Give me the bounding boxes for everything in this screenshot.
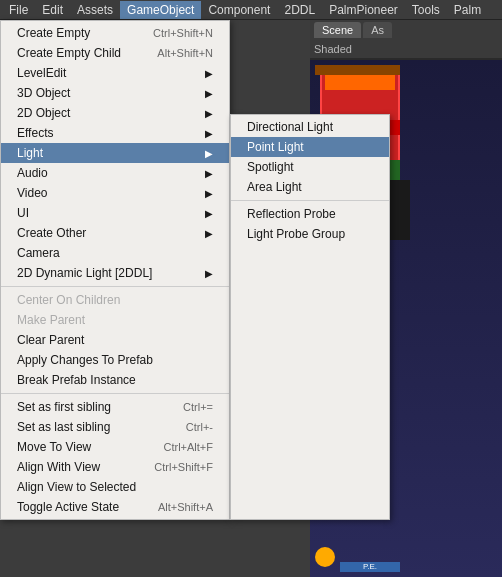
menu-item-create-empty-child-label: Create Empty Child — [17, 46, 121, 60]
menu-item-2ddl-label: 2D Dynamic Light [2DDL] — [17, 266, 152, 280]
main-dropdown-menu: Create Empty Ctrl+Shift+N Create Empty C… — [0, 20, 230, 520]
menu-item-create-empty-shortcut: Ctrl+Shift+N — [153, 27, 213, 39]
menu-item-audio-label: Audio — [17, 166, 48, 180]
light-submenu-separator — [231, 200, 389, 201]
menu-item-center-on-children-label: Center On Children — [17, 293, 120, 307]
chevron-right-icon-light: ▶ — [205, 148, 213, 159]
menu-item-light[interactable]: Light ▶ — [1, 143, 229, 163]
menu-item-toggle-active-state-label: Toggle Active State — [17, 500, 119, 514]
menu-item-apply-changes-prefab-label: Apply Changes To Prefab — [17, 353, 153, 367]
menu-item-set-last-sibling-label: Set as last sibling — [17, 420, 110, 434]
separator-1 — [1, 286, 229, 287]
menu-item-clear-parent[interactable]: Clear Parent — [1, 330, 229, 350]
menu-item-make-parent-label: Make Parent — [17, 313, 85, 327]
menu-item-set-first-sibling[interactable]: Set as first sibling Ctrl+= — [1, 397, 229, 417]
menu-item-video-label: Video — [17, 186, 47, 200]
menu-item-align-with-view-label: Align With View — [17, 460, 100, 474]
separator-2 — [1, 393, 229, 394]
menu-item-camera-label: Camera — [17, 246, 60, 260]
submenu-item-spotlight[interactable]: Spotlight — [231, 157, 389, 177]
menu-item-create-empty-child[interactable]: Create Empty Child Alt+Shift+N — [1, 43, 229, 63]
chevron-right-icon-audio: ▶ — [205, 168, 213, 179]
menubar-palmpioneer[interactable]: PalmPioneer — [322, 1, 405, 19]
chevron-right-icon-video: ▶ — [205, 188, 213, 199]
submenu-item-point-light-label: Point Light — [247, 140, 304, 154]
submenu-item-light-probe-group[interactable]: Light Probe Group — [231, 224, 389, 244]
menu-item-2ddl[interactable]: 2D Dynamic Light [2DDL] ▶ — [1, 263, 229, 283]
menu-item-2d-object-label: 2D Object — [17, 106, 70, 120]
menu-item-align-with-view-shortcut: Ctrl+Shift+F — [154, 461, 213, 473]
submenu-item-point-light[interactable]: Point Light — [231, 137, 389, 157]
menubar-2ddl[interactable]: 2DDL — [277, 1, 322, 19]
submenu-item-reflection-probe-label: Reflection Probe — [247, 207, 336, 221]
menu-item-light-label: Light — [17, 146, 43, 160]
submenu-item-directional-light-label: Directional Light — [247, 120, 333, 134]
menu-item-set-first-sibling-shortcut: Ctrl+= — [183, 401, 213, 413]
menu-item-set-first-sibling-label: Set as first sibling — [17, 400, 111, 414]
menu-item-move-to-view-label: Move To View — [17, 440, 91, 454]
submenu-item-light-probe-group-label: Light Probe Group — [247, 227, 345, 241]
light-submenu: Directional Light Point Light Spotlight … — [230, 114, 390, 520]
menu-item-ui[interactable]: UI ▶ — [1, 203, 229, 223]
menu-item-set-last-sibling-shortcut: Ctrl+- — [186, 421, 213, 433]
menu-item-camera[interactable]: Camera — [1, 243, 229, 263]
menu-item-align-with-view[interactable]: Align With View Ctrl+Shift+F — [1, 457, 229, 477]
menu-item-toggle-active-state-shortcut: Alt+Shift+A — [158, 501, 213, 513]
menu-item-create-empty-child-shortcut: Alt+Shift+N — [157, 47, 213, 59]
menu-item-break-prefab-instance-label: Break Prefab Instance — [17, 373, 136, 387]
menubar-edit[interactable]: Edit — [35, 1, 70, 19]
menu-item-center-on-children: Center On Children — [1, 290, 229, 310]
menubar-assets[interactable]: Assets — [70, 1, 120, 19]
menu-item-toggle-active-state[interactable]: Toggle Active State Alt+Shift+A — [1, 497, 229, 517]
menubar-tools[interactable]: Tools — [405, 1, 447, 19]
chevron-right-icon: ▶ — [205, 68, 213, 79]
menu-item-video[interactable]: Video ▶ — [1, 183, 229, 203]
menubar-gameobject[interactable]: GameObject — [120, 1, 201, 19]
menubar-component[interactable]: Component — [201, 1, 277, 19]
menu-item-move-to-view-shortcut: Ctrl+Alt+F — [163, 441, 213, 453]
submenu-item-area-light[interactable]: Area Light — [231, 177, 389, 197]
chevron-right-icon-2ddl: ▶ — [205, 268, 213, 279]
menubar: File Edit Assets GameObject Component 2D… — [0, 0, 502, 20]
menu-item-audio[interactable]: Audio ▶ — [1, 163, 229, 183]
chevron-right-icon-3d: ▶ — [205, 88, 213, 99]
menubar-file[interactable]: File — [2, 1, 35, 19]
menubar-palm[interactable]: Palm — [447, 1, 488, 19]
menu-item-move-to-view[interactable]: Move To View Ctrl+Alt+F — [1, 437, 229, 457]
menu-item-leveledit[interactable]: LevelEdit ▶ — [1, 63, 229, 83]
menu-item-2d-object[interactable]: 2D Object ▶ — [1, 103, 229, 123]
menu-item-3d-object[interactable]: 3D Object ▶ — [1, 83, 229, 103]
chevron-right-icon-2d: ▶ — [205, 108, 213, 119]
menu-item-create-empty-label: Create Empty — [17, 26, 90, 40]
menu-item-break-prefab-instance[interactable]: Break Prefab Instance — [1, 370, 229, 390]
menu-item-create-other[interactable]: Create Other ▶ — [1, 223, 229, 243]
dropdown-container: Create Empty Ctrl+Shift+N Create Empty C… — [0, 20, 390, 520]
menu-item-apply-changes-prefab[interactable]: Apply Changes To Prefab — [1, 350, 229, 370]
chevron-right-icon-other: ▶ — [205, 228, 213, 239]
menu-item-align-view-to-selected[interactable]: Align View to Selected — [1, 477, 229, 497]
submenu-item-spotlight-label: Spotlight — [247, 160, 294, 174]
menu-item-effects-label: Effects — [17, 126, 53, 140]
menu-item-clear-parent-label: Clear Parent — [17, 333, 84, 347]
menu-item-create-empty[interactable]: Create Empty Ctrl+Shift+N — [1, 23, 229, 43]
submenu-item-area-light-label: Area Light — [247, 180, 302, 194]
menu-item-effects[interactable]: Effects ▶ — [1, 123, 229, 143]
menu-item-ui-label: UI — [17, 206, 29, 220]
menu-item-leveledit-label: LevelEdit — [17, 66, 66, 80]
chevron-right-icon-effects: ▶ — [205, 128, 213, 139]
menu-item-set-last-sibling[interactable]: Set as last sibling Ctrl+- — [1, 417, 229, 437]
menu-item-create-other-label: Create Other — [17, 226, 86, 240]
submenu-item-directional-light[interactable]: Directional Light — [231, 117, 389, 137]
menu-item-make-parent: Make Parent — [1, 310, 229, 330]
submenu-item-reflection-probe[interactable]: Reflection Probe — [231, 204, 389, 224]
chevron-right-icon-ui: ▶ — [205, 208, 213, 219]
menu-item-align-view-to-selected-label: Align View to Selected — [17, 480, 136, 494]
menu-item-3d-object-label: 3D Object — [17, 86, 70, 100]
